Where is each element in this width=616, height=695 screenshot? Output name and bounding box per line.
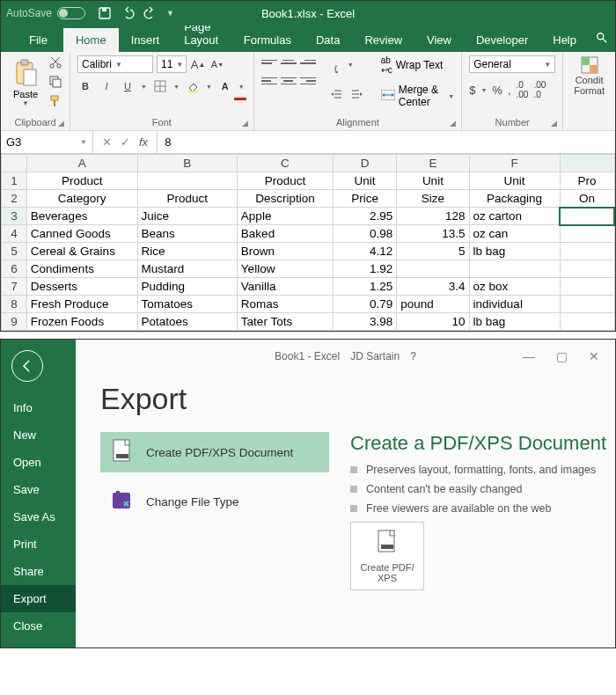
minimize-icon[interactable]: — [523, 349, 535, 363]
font-size-combo[interactable]: 11▼ [157, 55, 187, 73]
col-header[interactable]: A [26, 155, 137, 172]
decrease-indent-icon[interactable] [328, 86, 344, 102]
save-icon[interactable] [98, 6, 112, 20]
italic-button[interactable]: I [99, 78, 114, 94]
tab-review[interactable]: Review [352, 28, 414, 52]
group-label-clipboard: Clipboard◢ [8, 115, 62, 130]
option-change-file-type[interactable]: Change File Type [100, 481, 329, 522]
sidebar-item-print[interactable]: Print [1, 530, 76, 558]
row-header[interactable]: 2 [2, 190, 27, 208]
dialog-launcher-icon[interactable]: ◢ [450, 119, 456, 128]
option-create-pdf-xps[interactable]: Create PDF/XPS Document [100, 432, 329, 472]
merge-center-button[interactable]: Merge & Center ▼ [381, 84, 454, 108]
font-name-combo[interactable]: Calibri▼ [77, 55, 153, 73]
redo-icon[interactable] [143, 6, 158, 20]
active-cell[interactable] [560, 208, 614, 225]
number-format-combo[interactable]: General▼ [469, 55, 555, 73]
percent-icon[interactable]: % [492, 84, 502, 97]
sidebar-item-save-as[interactable]: Save As [1, 503, 76, 530]
decrease-font-icon[interactable]: A▼ [209, 56, 225, 72]
tab-developer[interactable]: Developer [464, 28, 540, 52]
column-headers[interactable]: A B C D E F [2, 155, 615, 172]
row-header[interactable]: 6 [2, 260, 27, 278]
format-painter-icon[interactable] [48, 94, 62, 110]
tab-data[interactable]: Data [304, 28, 352, 52]
detail-bullet: Preserves layout, formatting, fonts, and… [350, 464, 615, 476]
comma-icon[interactable]: , [508, 84, 511, 97]
horizontal-align-buttons[interactable] [261, 75, 316, 87]
user-name[interactable]: JD Sartain [350, 350, 400, 362]
sidebar-item-save[interactable]: Save [1, 476, 76, 503]
fx-icon[interactable]: fx [139, 135, 148, 149]
copy-icon[interactable] [48, 75, 62, 91]
col-header[interactable]: D [334, 155, 397, 172]
svg-rect-28 [582, 57, 590, 65]
col-header[interactable]: F [469, 155, 560, 172]
sidebar-item-open[interactable]: Open [1, 449, 76, 476]
sidebar-item-export[interactable]: Export [1, 585, 76, 612]
row-header[interactable]: 9 [2, 313, 27, 331]
sidebar-item-close[interactable]: Close [1, 612, 76, 640]
create-pdf-xps-button[interactable]: Create PDF/ XPS [350, 522, 424, 590]
vertical-align-buttons[interactable] [261, 55, 316, 68]
row-header[interactable]: 3 [2, 208, 27, 225]
row-header[interactable]: 4 [2, 225, 27, 243]
cancel-icon[interactable]: ✕ [102, 135, 112, 149]
svg-rect-1 [102, 8, 106, 11]
back-button[interactable] [11, 350, 43, 382]
conditional-formatting-button[interactable]: Condit Format [570, 55, 608, 96]
dialog-launcher-icon[interactable]: ◢ [58, 119, 64, 128]
tab-insert[interactable]: Insert [119, 28, 172, 52]
bullet-icon [350, 505, 357, 512]
maximize-icon[interactable]: ▢ [556, 349, 568, 363]
bold-button[interactable]: B [77, 78, 93, 94]
col-header[interactable] [560, 155, 614, 172]
paste-button[interactable]: Paste ▼ [8, 55, 43, 110]
svg-rect-6 [24, 70, 36, 85]
col-header[interactable]: E [397, 155, 469, 172]
select-all-corner[interactable] [2, 155, 27, 172]
group-label-alignment: Alignment◢ [261, 115, 454, 130]
row-header[interactable]: 1 [2, 172, 27, 190]
table-row: 5Cereal & GrainsRiceBrown4.125lb bag [2, 243, 615, 260]
col-header[interactable]: B [137, 155, 237, 172]
tab-home[interactable]: Home [63, 28, 119, 52]
tab-view[interactable]: View [414, 28, 464, 52]
bullet-icon [350, 466, 357, 473]
tab-help[interactable]: Help [540, 28, 589, 52]
search-icon[interactable] [589, 26, 615, 52]
underline-button[interactable]: U [120, 78, 136, 94]
orientation-icon[interactable]: ⤹ [328, 62, 344, 77]
increase-decimal-icon[interactable]: .0.00 [517, 80, 529, 99]
name-box[interactable]: G3▼ [1, 131, 93, 153]
undo-icon[interactable] [121, 6, 135, 20]
col-header[interactable]: C [237, 155, 333, 172]
autosave-toggle[interactable]: AutoSave [6, 7, 85, 19]
borders-icon[interactable] [152, 78, 168, 94]
row-header[interactable]: 5 [2, 243, 27, 260]
row-header[interactable]: 7 [2, 278, 27, 296]
help-icon[interactable]: ? [410, 350, 416, 362]
currency-icon[interactable]: $ [469, 84, 475, 97]
increase-indent-icon[interactable] [349, 86, 365, 102]
sidebar-item-info[interactable]: Info [1, 394, 76, 421]
dialog-launcher-icon[interactable]: ◢ [551, 119, 557, 128]
fill-color-icon[interactable] [185, 78, 201, 94]
tab-formulas[interactable]: Formulas [231, 28, 304, 52]
spreadsheet-grid[interactable]: A B C D E F 1 Product Product Unit Unit … [1, 154, 615, 331]
dialog-launcher-icon[interactable]: ◢ [242, 119, 248, 128]
tab-file[interactable]: File [17, 28, 63, 52]
font-color-icon[interactable]: A [217, 78, 233, 94]
formula-input[interactable]: 8 [157, 131, 615, 153]
row-header[interactable]: 8 [2, 296, 27, 313]
wrap-text-button[interactable]: ab↩c Wrap Text [381, 55, 454, 75]
increase-font-icon[interactable]: A▲ [190, 56, 206, 72]
decrease-decimal-icon[interactable]: .00.0 [533, 80, 546, 99]
cut-icon[interactable] [48, 55, 62, 71]
sidebar-item-share[interactable]: Share [1, 558, 76, 585]
toggle-off-icon[interactable] [57, 7, 85, 19]
qat-dropdown-icon[interactable]: ▼ [166, 9, 174, 18]
sidebar-item-new[interactable]: New [1, 421, 76, 449]
close-icon[interactable]: ✕ [589, 349, 599, 363]
enter-icon[interactable]: ✓ [121, 135, 130, 149]
